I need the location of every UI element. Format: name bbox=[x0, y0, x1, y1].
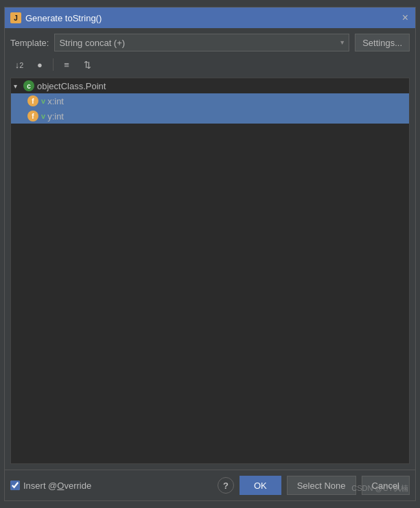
field-x-label: x:int bbox=[47, 96, 64, 106]
toolbar-separator bbox=[53, 58, 54, 71]
ok-button[interactable]: OK bbox=[240, 476, 281, 495]
template-select[interactable]: String concat (+) StringBuilder StringBu… bbox=[54, 34, 349, 51]
circle-icon: ● bbox=[37, 60, 43, 70]
chevron-down-icon: ▾ bbox=[14, 82, 21, 90]
watermark: CSDN @CY枫楠 bbox=[351, 483, 408, 494]
template-select-wrapper: String concat (+) StringBuilder StringBu… bbox=[54, 34, 349, 51]
template-row: Template: String concat (+) StringBuilde… bbox=[10, 34, 410, 51]
close-button[interactable]: × bbox=[401, 12, 410, 23]
field-toolbar: ↓2 ● ≡ ⇅ bbox=[10, 56, 410, 73]
title-bar-left: J Generate toString() bbox=[10, 12, 102, 23]
field-y-label: y:int bbox=[47, 111, 64, 122]
members-tree[interactable]: ▾ c objectClass.Point f v x:int f v y:in… bbox=[10, 78, 410, 464]
title-bar: J Generate toString() × bbox=[5, 8, 415, 28]
tree-item-y[interactable]: f v y:int bbox=[11, 108, 409, 124]
tree-item-x[interactable]: f v x:int bbox=[11, 93, 409, 108]
circle-button[interactable]: ● bbox=[31, 57, 49, 72]
generate-tostring-dialog: J Generate toString() × Template: String… bbox=[4, 7, 416, 501]
sort-alpha-icon: ⇅ bbox=[84, 60, 91, 70]
settings-button[interactable]: Settings... bbox=[355, 34, 410, 51]
insert-override-label[interactable]: Insert @Override bbox=[23, 481, 91, 491]
visibility-icon-x: v bbox=[41, 97, 45, 105]
select-all-icon: ≡ bbox=[64, 60, 69, 70]
dialog-content: Template: String concat (+) StringBuilde… bbox=[5, 28, 415, 470]
sort-alpha-button[interactable]: ⇅ bbox=[78, 57, 96, 72]
template-label: Template: bbox=[10, 38, 49, 48]
field-icon-x: f bbox=[27, 95, 38, 106]
tree-root-item[interactable]: ▾ c objectClass.Point bbox=[11, 78, 409, 93]
select-none-button[interactable]: Select None bbox=[287, 476, 356, 495]
sort-button[interactable]: ↓2 bbox=[10, 57, 28, 72]
insert-override-area: Insert @Override bbox=[10, 481, 212, 491]
visibility-icon-y: v bbox=[41, 112, 45, 120]
help-button[interactable]: ? bbox=[218, 477, 234, 494]
class-icon: c bbox=[23, 80, 34, 91]
dialog-title: Generate toString() bbox=[25, 13, 102, 23]
field-icon-y: f bbox=[27, 111, 38, 122]
root-item-label: objectClass.Point bbox=[37, 81, 106, 91]
app-icon: J bbox=[10, 12, 21, 23]
sort-icon: ↓2 bbox=[15, 60, 24, 70]
select-all-button[interactable]: ≡ bbox=[58, 57, 75, 72]
insert-override-checkbox[interactable] bbox=[10, 481, 20, 490]
